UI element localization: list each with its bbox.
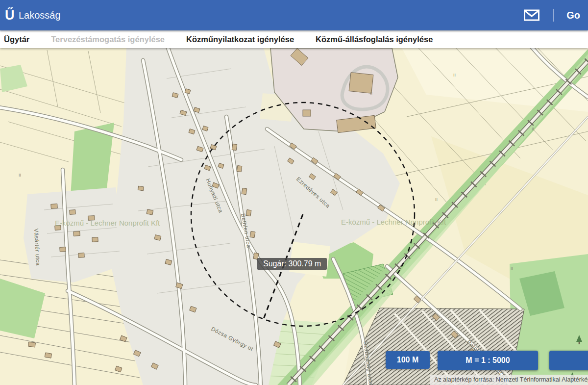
tab-tervezestamogatas: Tervezéstámogatás igénylése — [51, 35, 165, 44]
svg-text:II: II — [511, 266, 513, 271]
envelope-icon[interactable] — [524, 9, 539, 21]
app-logo: Ű — [5, 8, 15, 23]
tab-kozmunyilatkozat[interactable]: Közműnyilatkozat igénylése — [186, 35, 294, 44]
app-header: Ű Lakosság Go — [0, 0, 588, 30]
scale-ratio-button[interactable]: M = 1 : 5000 — [438, 351, 538, 370]
tab-bar: Ügytár Tervezéstámogatás igénylése Közmű… — [0, 30, 588, 48]
watermark-left: E-közmű - Lechner Nonprofit Kft — [55, 219, 160, 227]
watermark-right: E-közmű - Lechner Nonprofit Kft — [341, 218, 446, 226]
scale-bar-button[interactable]: 100 M — [386, 351, 430, 369]
tab-ugytar[interactable]: Ügytár — [4, 35, 29, 44]
cropped-map-button[interactable] — [549, 351, 588, 370]
svg-text:II: II — [435, 197, 438, 202]
svg-text:II: II — [19, 173, 21, 178]
svg-text:II: II — [370, 91, 372, 96]
radius-tooltip: Sugár: 300.79 m — [257, 258, 327, 270]
app-logo-label: Lakosság — [19, 10, 61, 21]
map-attribution: Az alaptérkép forrása: Nemzeti Térinform… — [430, 375, 588, 385]
base-map: II II II II II II Hunyadi utca Bethlen u… — [0, 48, 588, 385]
header-divider — [553, 9, 554, 22]
svg-text:II: II — [532, 127, 534, 131]
map-canvas[interactable]: II II II II II II Hunyadi utca Bethlen u… — [0, 48, 588, 385]
svg-text:II: II — [453, 73, 456, 77]
tab-kozmu-allasfoglalas[interactable]: Közmű-állásfoglalás igénylése — [316, 35, 433, 44]
header-account-link[interactable]: Go — [566, 10, 580, 21]
